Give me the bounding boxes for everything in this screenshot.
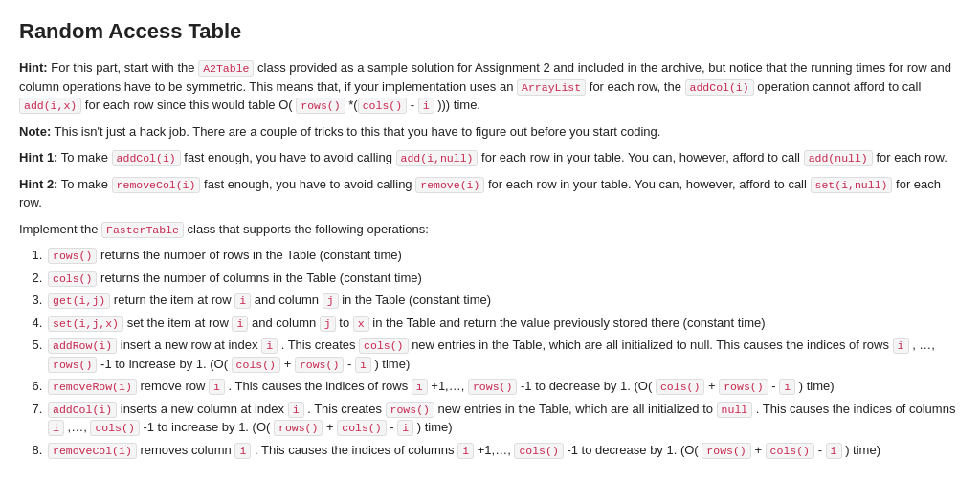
- hint-label: Hint:: [19, 60, 48, 75]
- op3-text1: return the item at row: [114, 293, 234, 307]
- op6-code: removeRow(i): [48, 379, 137, 395]
- op2-code: cols(): [48, 271, 97, 287]
- hint1-code1: addCol(i): [112, 150, 181, 166]
- hint1-body3: for each row in your table. You can, how…: [481, 150, 800, 164]
- hint-intro-text6: *(: [348, 98, 357, 112]
- op5-minus: -: [347, 357, 355, 371]
- op8-i2: i: [457, 443, 474, 459]
- hint1-label: Hint 1:: [19, 150, 57, 164]
- hint1-body1: To make: [61, 150, 108, 164]
- op6-text2: . This causes the indices of rows: [229, 379, 412, 393]
- page-title: Random Access Table: [19, 15, 961, 47]
- op7-code: addCol(i): [48, 402, 117, 418]
- op6-rows2: rows(): [719, 379, 768, 395]
- implement-text2: class that supports the following operat…: [188, 222, 429, 236]
- op7-rows2: rows(): [274, 420, 323, 436]
- op4-i: i: [232, 316, 248, 332]
- hint-intro-text4: operation cannot afford to call: [757, 79, 921, 94]
- op7-plus: +: [326, 420, 337, 434]
- op7-text6: -1 to increase by 1. (O(: [143, 420, 274, 434]
- op6-i3: i: [779, 379, 795, 395]
- op8-plus: +: [754, 443, 765, 457]
- op5-text4: , …,: [912, 338, 935, 352]
- op8-i: i: [234, 443, 251, 459]
- op7-cols2: cols(): [337, 420, 386, 436]
- op4-text1: set the item at row: [127, 316, 233, 330]
- op6-plus: +: [708, 379, 719, 393]
- hint-intro-text: For this part, start with the: [51, 60, 194, 75]
- op8-text3: +1,…,: [478, 443, 515, 457]
- op8-text2: . This causes the indices of columns: [255, 443, 457, 457]
- hint2-paragraph: Hint 2: To make removeCol(i) fast enough…: [19, 175, 961, 212]
- note-body: This isn't just a hack job. There are a …: [55, 124, 661, 139]
- note-paragraph: Note: This isn't just a hack job. There …: [19, 122, 961, 142]
- op3-and: and column: [255, 293, 323, 307]
- list-item: addCol(i) inserts a new column at index …: [46, 400, 961, 437]
- list-item: removeCol(i) removes column i . This cau…: [46, 441, 961, 460]
- op6-i2: i: [412, 379, 428, 395]
- hint1-code3: add(null): [804, 150, 873, 166]
- note-label: Note:: [19, 124, 51, 139]
- op5-text6: ) time): [374, 357, 410, 371]
- op5-plus: +: [284, 357, 295, 371]
- hint-intro-paragraph: Hint: For this part, start with the A2Ta…: [19, 58, 961, 115]
- op5-text5: -1 to increase by 1. (O(: [100, 357, 232, 371]
- op7-text4: . This causes the indices of columns: [756, 402, 956, 416]
- hint-intro-text3: for each row, the: [590, 79, 681, 94]
- op7-text3: new entries in the Table, which are all …: [438, 402, 717, 416]
- op5-rows: rows(): [48, 357, 97, 373]
- op4-code: set(i,j,x): [48, 316, 123, 332]
- implement-paragraph: Implement the FasterTable class that sup…: [19, 220, 961, 239]
- addcol-code: addCol(i): [685, 79, 754, 96]
- op8-text5: ) time): [845, 443, 880, 457]
- op3-code: get(i,j): [48, 293, 110, 309]
- op8-rows: rows(): [702, 443, 750, 459]
- hint1-body4: for each row.: [876, 150, 947, 164]
- op8-text1: removes column: [140, 443, 234, 457]
- list-item: removeRow(i) remove row i . This causes …: [46, 377, 961, 396]
- list-item: cols() returns the number of columns in …: [46, 269, 961, 288]
- hint2-code2: remove(i): [415, 177, 484, 193]
- op5-i3: i: [355, 357, 371, 373]
- list-item: addRow(i) insert a new row at index i . …: [46, 336, 961, 373]
- op4-to: to: [339, 316, 352, 330]
- op3-rest: in the Table (constant time): [342, 293, 491, 307]
- hint2-body3: for each row in your table. You can, how…: [488, 177, 807, 191]
- hint2-code3: set(i,null): [811, 177, 893, 193]
- op2-text: returns the number of columns in the Tab…: [100, 271, 422, 285]
- op4-x: x: [353, 316, 369, 332]
- op5-i2: i: [893, 338, 909, 354]
- op7-null: null: [717, 402, 753, 418]
- op7-text7: ) time): [417, 420, 453, 434]
- op7-text1: inserts a new column at index: [121, 402, 288, 416]
- hint1-paragraph: Hint 1: To make addCol(i) fast enough, y…: [19, 148, 961, 167]
- op8-text4: -1 to decrease by 1. (O(: [567, 443, 702, 457]
- fastertable-code: FasterTable: [101, 222, 184, 238]
- cols-code: cols(): [358, 98, 407, 114]
- op8-cols2: cols(): [766, 443, 814, 459]
- hint1-code2: add(i,null): [396, 150, 479, 166]
- list-item: rows() returns the number of rows in the…: [46, 246, 961, 265]
- op7-text2: . This creates: [307, 402, 385, 416]
- op4-and: and column: [252, 316, 320, 330]
- op8-minus: -: [818, 443, 826, 457]
- op5-text3: new entries in the Table, which are all …: [412, 338, 892, 352]
- hint2-label: Hint 2:: [19, 177, 57, 191]
- op7-cols: cols(): [90, 420, 139, 436]
- op5-code: addRow(i): [48, 338, 117, 354]
- op3-i: i: [234, 293, 251, 309]
- op1-code: rows(): [48, 248, 97, 264]
- arraylist-code: ArrayList: [517, 79, 586, 96]
- hint-intro-text7: -: [411, 98, 418, 112]
- hint2-code1: removeCol(i): [112, 177, 201, 193]
- op6-text3: +1,…,: [431, 379, 468, 393]
- op8-cols: cols(): [514, 443, 563, 459]
- op7-i: i: [288, 402, 304, 418]
- op5-cols: cols(): [359, 338, 408, 354]
- op5-cols2: cols(): [232, 357, 280, 373]
- hint2-body2: fast enough, you have to avoid calling: [204, 177, 412, 191]
- op7-i2: i: [48, 420, 64, 436]
- a2table-code: A2Table: [198, 60, 254, 77]
- op6-text1: remove row: [140, 379, 209, 393]
- op5-rows2: rows(): [295, 357, 344, 373]
